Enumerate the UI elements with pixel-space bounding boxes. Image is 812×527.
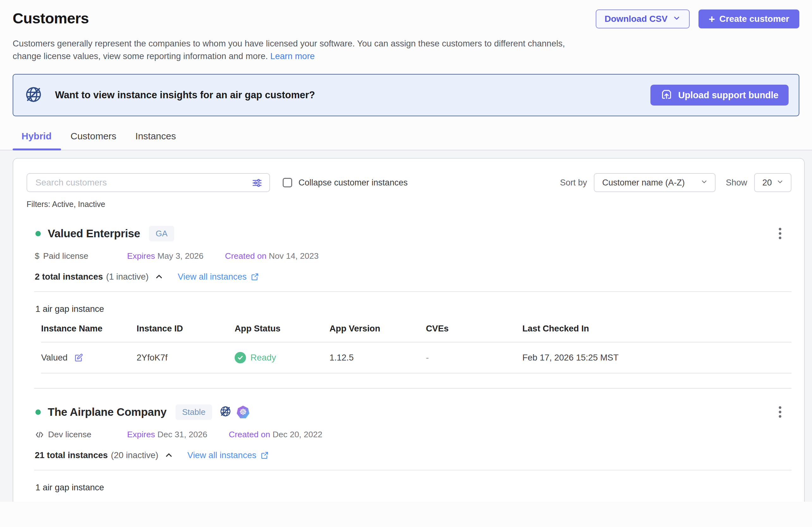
license-label: Dev license	[48, 430, 91, 439]
collapse-instances-label: Collapse customer instances	[299, 178, 408, 188]
airgap-instance-label: 1 air gap instance	[35, 482, 792, 493]
view-all-instances-link[interactable]: View all instances	[178, 272, 259, 282]
instances-inactive: (20 inactive)	[111, 450, 158, 460]
created-field: Created on Nov 14, 2023	[225, 251, 319, 261]
collapse-instances-checkbox[interactable]	[283, 178, 292, 187]
col-instance-id: Instance ID	[136, 323, 235, 334]
filter-sliders-icon[interactable]	[251, 177, 263, 190]
tab-hybrid[interactable]: Hybrid	[13, 131, 61, 150]
created-value: Dec 20, 2022	[273, 430, 322, 439]
license-label: Paid license	[43, 251, 88, 261]
channel-badge: GA	[149, 226, 174, 241]
tab-customers[interactable]: Customers	[61, 131, 126, 150]
chevron-down-icon	[700, 178, 708, 188]
created-label: Created on	[225, 251, 266, 261]
sort-by-select[interactable]: Customer name (A-Z)	[594, 173, 715, 192]
chevron-down-icon	[776, 178, 784, 188]
show-label: Show	[726, 178, 747, 188]
active-status-dot	[35, 409, 41, 415]
external-link-icon	[250, 272, 259, 281]
airgap-instance-label: 1 air gap instance	[35, 304, 792, 314]
sort-by-value: Customer name (A-Z)	[602, 178, 700, 188]
expires-value: May 3, 2026	[158, 251, 204, 261]
cves-value: -	[426, 352, 522, 363]
instances-table: Instance Name Instance ID App Status App…	[41, 323, 792, 374]
download-csv-label: Download CSV	[605, 14, 667, 24]
app-status: Ready	[235, 352, 330, 363]
instances-total: 21 total instances	[35, 450, 108, 460]
status-label: Ready	[250, 352, 276, 363]
plus-icon: +	[709, 14, 715, 24]
app-version: 1.12.5	[330, 352, 426, 363]
col-cves: CVEs	[426, 323, 522, 334]
content-area: Collapse customer instances Sort by Cust…	[0, 150, 812, 502]
customers-card: Collapse customer instances Sort by Cust…	[13, 158, 805, 502]
instance-name: Valued	[41, 352, 68, 363]
upload-bundle-icon	[661, 88, 672, 102]
collapse-instances-control[interactable]: Collapse customer instances	[283, 178, 408, 188]
created-label: Created on	[229, 430, 270, 439]
customer-block-airplane-company: The Airplane Company Stable ☸	[27, 403, 792, 502]
kubernetes-icon: ☸	[237, 406, 249, 418]
instances-total: 2 total instances	[35, 272, 103, 282]
page-header: Customers Download CSV + Create customer…	[0, 0, 812, 63]
tab-bar: Hybrid Customers Instances	[0, 131, 812, 150]
airgap-globe-icon	[219, 405, 232, 419]
create-customer-label: Create customer	[719, 14, 789, 24]
airgap-banner: Want to view instance insights for an ai…	[13, 74, 799, 116]
download-csv-button[interactable]: Download CSV	[596, 10, 690, 28]
create-customer-button[interactable]: + Create customer	[698, 10, 799, 28]
upload-bundle-label: Upload support bundle	[678, 90, 779, 101]
expires-label: Expires	[127, 430, 155, 439]
dollar-icon: $	[35, 251, 39, 261]
divider	[34, 291, 792, 292]
banner-title: Want to view instance insights for an ai…	[55, 89, 315, 101]
toolbar: Collapse customer instances Sort by Cust…	[27, 173, 792, 192]
search-box	[27, 173, 270, 192]
instance-id: 2YfoK7f	[136, 352, 235, 363]
expires-field: Expires Dec 31, 2026	[127, 430, 207, 439]
last-checked-in: Feb 17, 2026 15:25 MST	[522, 352, 792, 363]
learn-more-link[interactable]: Learn more	[270, 51, 315, 61]
col-instance-name: Instance Name	[41, 323, 136, 334]
created-value: Nov 14, 2023	[269, 251, 319, 261]
sort-by-label: Sort by	[560, 178, 587, 188]
col-app-status: App Status	[235, 323, 330, 334]
collapse-chevron-up-icon[interactable]	[154, 272, 164, 282]
page-description: Customers generally represent the compan…	[13, 37, 582, 63]
check-circle-icon	[235, 352, 246, 363]
code-icon	[35, 430, 44, 439]
airgap-globe-icon	[24, 85, 43, 105]
search-input[interactable]	[27, 173, 270, 192]
tab-instances[interactable]: Instances	[126, 131, 185, 150]
col-app-version: App Version	[330, 323, 426, 334]
divider	[34, 470, 792, 470]
external-link-icon	[260, 451, 269, 460]
view-all-instances-link[interactable]: View all instances	[188, 450, 269, 460]
customer-name[interactable]: The Airplane Company	[48, 406, 166, 418]
kebab-menu-icon[interactable]	[775, 403, 784, 421]
table-header-row: Instance Name Instance ID App Status App…	[41, 323, 792, 343]
collapse-chevron-up-icon[interactable]	[164, 451, 174, 460]
show-select[interactable]: 20	[754, 173, 792, 192]
license-type: $ Paid license	[35, 251, 127, 261]
edit-icon[interactable]	[73, 352, 84, 363]
expires-label: Expires	[127, 251, 155, 261]
page-title: Customers	[13, 10, 89, 27]
expires-field: Expires May 3, 2026	[127, 251, 204, 261]
col-last-checked-in: Last Checked In	[522, 323, 792, 334]
show-value: 20	[762, 178, 776, 188]
customer-block-valued-enterprise: Valued Enterprise GA $ Paid license Expi…	[27, 225, 792, 389]
customer-name[interactable]: Valued Enterprise	[48, 227, 140, 240]
table-row: Valued 2YfoK7f Ready 1.12.5 - Feb 17, 20…	[41, 343, 792, 374]
view-all-label: View all instances	[178, 272, 247, 282]
kebab-menu-icon[interactable]	[775, 225, 784, 242]
customer-divider	[34, 388, 792, 389]
license-type: Dev license	[35, 430, 127, 439]
active-filters-label: Filters: Active, Inactive	[27, 200, 792, 209]
instances-inactive: (1 inactive)	[106, 272, 149, 282]
upload-support-bundle-button[interactable]: Upload support bundle	[650, 85, 788, 106]
expires-value: Dec 31, 2026	[158, 430, 207, 439]
active-status-dot	[35, 231, 41, 236]
channel-badge: Stable	[175, 404, 212, 420]
